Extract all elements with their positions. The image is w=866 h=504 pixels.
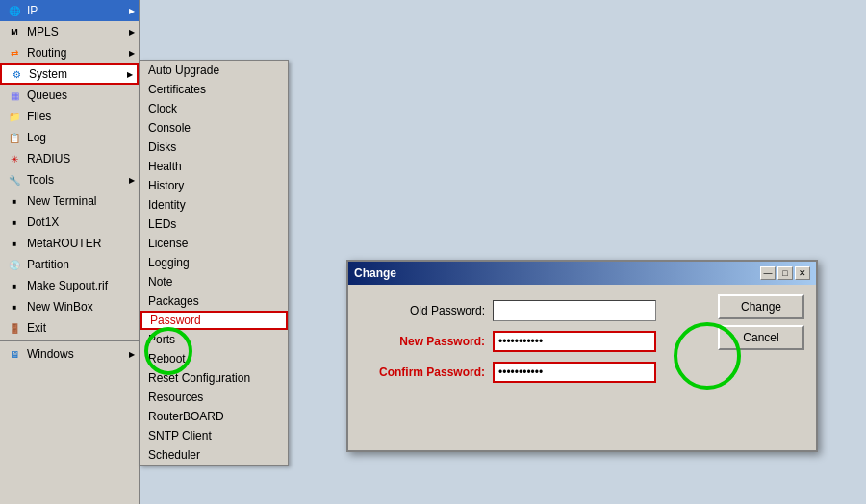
note-label: Note xyxy=(148,275,172,289)
partition-icon: 💿 xyxy=(6,257,23,272)
logging-label: Logging xyxy=(148,256,190,269)
new-password-label: New Password: xyxy=(368,335,493,348)
reboot-label: Reboot xyxy=(148,352,186,365)
sidebar-label-tools: Tools xyxy=(27,173,133,187)
license-label: License xyxy=(148,237,188,250)
sidebar-item-exit[interactable]: 🚪 Exit xyxy=(0,317,139,339)
sidebar-item-queues[interactable]: ▦ Queues xyxy=(0,85,139,106)
sidebar-item-ip[interactable]: 🌐 IP ▶ xyxy=(0,0,139,21)
new-terminal-icon: ■ xyxy=(6,193,23,209)
identity-label: Identity xyxy=(148,198,186,212)
submenu-reboot[interactable]: Reboot xyxy=(140,349,288,368)
submenu-history[interactable]: History xyxy=(140,176,288,195)
sidebar-label-ip: IP xyxy=(27,4,133,17)
sidebar-item-partition[interactable]: 💿 Partition xyxy=(0,254,139,275)
sidebar-item-routing[interactable]: ⇄ Routing ▶ xyxy=(0,42,139,63)
submenu-identity[interactable]: Identity xyxy=(140,195,288,214)
disks-label: Disks xyxy=(148,140,176,154)
make-supout-icon: ■ xyxy=(6,278,23,293)
queues-icon: ▦ xyxy=(6,88,23,103)
log-icon: 📋 xyxy=(6,130,23,145)
submenu-password[interactable]: Password xyxy=(140,311,288,330)
radius-icon: ✳ xyxy=(6,151,23,166)
submenu-note[interactable]: Note xyxy=(140,272,288,291)
submenu-resources[interactable]: Resources xyxy=(140,388,288,407)
sidebar-item-metarouter[interactable]: ■ MetaROUTER xyxy=(0,233,139,254)
windows-icon: 🖥 xyxy=(6,346,23,362)
submenu-reset-configuration[interactable]: Reset Configuration xyxy=(140,368,288,388)
sidebar-label-exit: Exit xyxy=(27,321,133,335)
submenu-certificates[interactable]: Certificates xyxy=(140,80,288,99)
submenu-packages[interactable]: Packages xyxy=(140,291,288,311)
resources-label: Resources xyxy=(148,391,203,404)
certificates-label: Certificates xyxy=(148,83,206,96)
submenu-scheduler[interactable]: Scheduler xyxy=(140,445,288,465)
ip-icon: 🌐 xyxy=(6,3,23,18)
submenu-license[interactable]: License xyxy=(140,234,288,253)
sidebar-item-new-terminal[interactable]: ■ New Terminal xyxy=(0,190,139,212)
old-password-input[interactable] xyxy=(493,300,656,321)
auto-upgrade-label: Auto Upgrade xyxy=(148,63,219,77)
dot1x-icon: ■ xyxy=(6,214,23,230)
dialog-buttons: Change Cancel xyxy=(718,294,804,350)
dialog-maximize-button[interactable]: □ xyxy=(777,266,793,280)
sidebar-label-new-terminal: New Terminal xyxy=(27,194,133,208)
history-label: History xyxy=(148,179,184,192)
confirm-password-row: Confirm Password: xyxy=(368,362,797,383)
sidebar-label-mpls: MPLS xyxy=(27,25,133,38)
sidebar-label-radius: RADIUS xyxy=(27,152,133,165)
console-label: Console xyxy=(148,121,191,135)
submenu-disks[interactable]: Disks xyxy=(140,138,288,157)
system-icon: ⚙ xyxy=(8,66,25,82)
reset-configuration-label: Reset Configuration xyxy=(148,371,250,385)
metarouter-icon: ■ xyxy=(6,236,23,251)
routing-icon: ⇄ xyxy=(6,45,23,61)
submenu-logging[interactable]: Logging xyxy=(140,253,288,272)
leds-label: LEDs xyxy=(148,217,176,231)
tools-arrow: ▶ xyxy=(129,176,135,185)
scheduler-label: Scheduler xyxy=(148,448,200,462)
dialog-title: Change xyxy=(354,266,758,280)
sidebar-item-radius[interactable]: ✳ RADIUS xyxy=(0,148,139,169)
clock-label: Clock xyxy=(148,102,177,115)
submenu-auto-upgrade[interactable]: Auto Upgrade xyxy=(140,61,288,80)
sidebar-item-system[interactable]: ⚙ System ▶ xyxy=(0,63,139,85)
sidebar-item-log[interactable]: 📋 Log xyxy=(0,127,139,148)
submenu-routerboard[interactable]: RouterBOARD xyxy=(140,407,288,426)
sidebar-label-routing: Routing xyxy=(27,46,133,60)
change-button[interactable]: Change xyxy=(718,294,804,319)
sidebar-item-files[interactable]: 📁 Files xyxy=(0,106,139,127)
new-password-input[interactable] xyxy=(493,331,656,352)
sidebar-label-queues: Queues xyxy=(27,88,133,102)
sidebar-item-windows[interactable]: 🖥 Windows ▶ xyxy=(0,343,139,365)
files-icon: 📁 xyxy=(6,109,23,124)
sidebar: 🌐 IP ▶ M MPLS ▶ ⇄ Routing ▶ ⚙ System ▶ ▦… xyxy=(0,0,140,504)
ip-arrow: ▶ xyxy=(129,7,135,15)
sidebar-label-windows: Windows xyxy=(27,347,133,361)
sidebar-item-dot1x[interactable]: ■ Dot1X xyxy=(0,212,139,233)
submenu-clock[interactable]: Clock xyxy=(140,99,288,118)
sidebar-item-new-winbox[interactable]: ■ New WinBox xyxy=(0,296,139,317)
dialog-titlebar: Change — □ ✕ xyxy=(348,262,816,285)
old-password-label: Old Password: xyxy=(368,304,493,317)
sidebar-label-system: System xyxy=(29,67,131,81)
sidebar-item-mpls[interactable]: M MPLS ▶ xyxy=(0,21,139,42)
sidebar-item-make-supout[interactable]: ■ Make Supout.rif xyxy=(0,275,139,296)
submenu-leds[interactable]: LEDs xyxy=(140,214,288,234)
sidebar-label-dot1x: Dot1X xyxy=(27,215,133,229)
dialog-minimize-button[interactable]: — xyxy=(760,266,776,280)
sidebar-label-new-winbox: New WinBox xyxy=(27,300,133,314)
submenu-console[interactable]: Console xyxy=(140,118,288,138)
sidebar-label-files: Files xyxy=(27,110,133,123)
submenu-health[interactable]: Health xyxy=(140,157,288,176)
confirm-password-input[interactable] xyxy=(493,362,656,383)
submenu-sntp-client[interactable]: SNTP Client xyxy=(140,426,288,445)
system-submenu: Auto Upgrade Certificates Clock Console … xyxy=(140,60,289,466)
sidebar-item-tools[interactable]: 🔧 Tools ▶ xyxy=(0,169,139,190)
new-winbox-icon: ■ xyxy=(6,299,23,315)
tools-icon: 🔧 xyxy=(6,172,23,188)
sidebar-label-metarouter: MetaROUTER xyxy=(27,237,133,250)
dialog-close-button[interactable]: ✕ xyxy=(795,266,810,280)
cancel-button[interactable]: Cancel xyxy=(718,325,804,350)
submenu-ports[interactable]: Ports xyxy=(140,330,288,349)
